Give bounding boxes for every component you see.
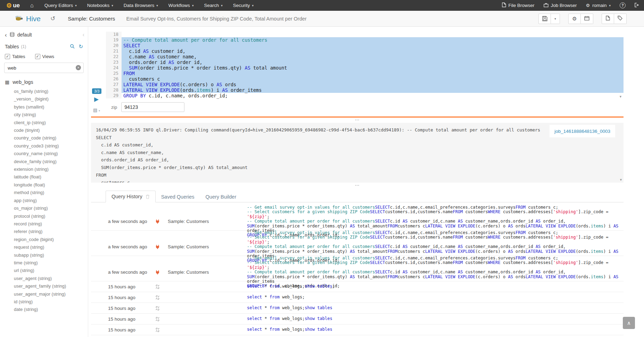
column-item[interactable]: _version_ (bigint) (0, 95, 88, 103)
plug-icon (155, 219, 168, 224)
table-entry[interactable]: ▦ web_logs (0, 76, 88, 86)
column-item[interactable]: referer (string) (0, 228, 88, 235)
history-row[interactable]: a few seconds agoSample: Customers-- Get… (91, 205, 624, 231)
column-item[interactable]: os_major (string) (0, 204, 88, 212)
views-filter-checkbox[interactable]: ✓ Views (35, 54, 54, 59)
editor-line[interactable]: 29GROUP BY c.id, c.name, ords.order_id; (106, 93, 624, 98)
tables-filter-checkbox[interactable]: ✓ Tables (5, 54, 25, 59)
column-item[interactable]: date (string) (0, 306, 88, 313)
column-item[interactable]: city (string) (0, 111, 88, 119)
column-item[interactable]: id (string) (0, 298, 88, 306)
help-button[interactable]: ? (615, 0, 630, 11)
tab-saved-queries[interactable]: Saved Queries (156, 191, 200, 202)
column-item[interactable]: method (string) (0, 189, 88, 196)
log-line: FROM (96, 171, 619, 179)
column-item[interactable]: device_family (string) (0, 158, 88, 166)
chevron-down-icon: ▾ (609, 4, 611, 7)
hue-gear-icon: ⚙ (6, 2, 12, 9)
column-item[interactable]: protocol (string) (0, 212, 88, 220)
line-number: 27 (106, 82, 122, 87)
nav-menu-search[interactable]: Search▾ (199, 0, 228, 11)
editor-line[interactable]: 26 customers c (106, 76, 624, 82)
settings-button[interactable]: ⚙ (568, 14, 581, 24)
file-browser-link[interactable]: File Browser (497, 0, 539, 11)
editor-line[interactable]: 18 (106, 32, 624, 37)
column-item[interactable]: bytes (smallint) (0, 103, 88, 111)
column-item[interactable]: country_name (string) (0, 150, 88, 158)
column-item[interactable]: user_agent (string) (0, 275, 88, 282)
job-browser-link[interactable]: Job Browser (539, 0, 581, 11)
job-link[interactable]: job_1461888648136_0003 (554, 129, 610, 134)
history-row[interactable]: 15 hours agoselect * from web_logs;show … (91, 303, 624, 314)
save-dropdown-button[interactable]: ▾ (551, 14, 560, 24)
column-item[interactable]: user_agent_family (string) (0, 282, 88, 290)
editor-map-icon[interactable]: ▤ ▾ (93, 107, 100, 113)
hive-app-link[interactable]: Hive (0, 15, 41, 23)
history-row[interactable]: 15 hours agoselect * from web_logs; (91, 292, 624, 303)
execute-button[interactable]: ▶ (94, 96, 99, 103)
query-history-icon[interactable]: ↺ (50, 15, 55, 22)
tab-query-builder[interactable]: Query Builder (200, 191, 242, 202)
editor-line[interactable]: 21 c.id AS customer_id, (106, 48, 624, 54)
column-item[interactable]: app (string) (0, 197, 88, 204)
column-item[interactable]: latitude (float) (0, 173, 88, 181)
resize-handle[interactable]: ⋯ (91, 119, 624, 121)
logout-button[interactable] (630, 0, 644, 11)
column-item[interactable]: request (string) (0, 243, 88, 251)
column-item[interactable]: country_code (string) (0, 134, 88, 142)
editor-line[interactable]: 28LATERAL VIEW EXPLODE(ords.items) i AS … (106, 87, 624, 93)
column-item[interactable]: country_code3 (string) (0, 142, 88, 150)
column-item[interactable]: url (string) (0, 267, 88, 274)
editor-line[interactable]: 22 c.name AS customer_name, (106, 54, 624, 59)
hue-logo[interactable]: ⚙ ue (0, 2, 25, 9)
tab-query-history[interactable]: Query History (106, 191, 156, 202)
clear-search-icon[interactable]: × (76, 65, 81, 70)
nav-menu-security[interactable]: Security▾ (228, 0, 259, 11)
tab-label: Saved Queries (161, 194, 195, 200)
refresh-icon[interactable]: ↻ (79, 43, 83, 50)
home-icon[interactable]: ⌂ (25, 0, 39, 11)
clear-history-trash-icon[interactable] (146, 194, 150, 199)
history-row[interactable]: a few seconds agoSample: Customers-- Get… (91, 256, 624, 281)
nav-menu-data-browsers[interactable]: Data Browsers▾ (118, 0, 163, 11)
editor-line[interactable]: 25FROM (106, 71, 624, 76)
scroll-to-top-button[interactable]: ∧ (623, 317, 635, 329)
column-item[interactable]: record (string) (0, 220, 88, 228)
back-chevron-icon[interactable]: ‹ (5, 32, 7, 38)
editor-line[interactable]: 19-- Compute total amount per order for … (106, 37, 624, 43)
sidebar-collapse-icon[interactable]: ‹ (83, 32, 84, 38)
nav-menu-notebooks[interactable]: Notebooks▾ (82, 0, 118, 11)
format-button[interactable] (602, 14, 614, 24)
column-item[interactable]: client_ip (string) (0, 119, 88, 127)
editor-line[interactable]: 24 SUM(order_items.price * order_items.q… (106, 65, 624, 71)
save-button[interactable] (538, 14, 551, 24)
history-row[interactable]: 15 hours agoselect * from web_logs;show … (91, 324, 624, 335)
editor-line[interactable]: 27LATERAL VIEW EXPLODE(c.orders) o AS or… (106, 82, 624, 87)
column-item[interactable]: time (string) (0, 259, 88, 267)
column-item[interactable]: user_agent_major (string) (0, 290, 88, 298)
code-line: SELECT (122, 43, 624, 48)
column-item[interactable]: region_code (bigint) (0, 236, 88, 243)
code-editor[interactable]: 1819-- Compute total amount per order fo… (106, 32, 624, 99)
column-item[interactable]: extension (string) (0, 166, 88, 173)
column-item[interactable]: os_family (string) (0, 88, 88, 95)
tags-button[interactable] (614, 14, 627, 24)
editor-actions: ▾ ⚙ (538, 14, 644, 24)
nav-menu-query-editors[interactable]: Query Editors▾ (39, 0, 82, 11)
editor-line[interactable]: 23 ords.order_id AS order_id, (106, 59, 624, 65)
database-name[interactable]: default (17, 32, 32, 38)
schedule-button[interactable] (581, 14, 593, 24)
variable-input[interactable] (121, 102, 184, 112)
history-row[interactable]: a few seconds agoSample: Customers-- Get… (91, 231, 624, 256)
search-icon[interactable] (70, 44, 75, 50)
table-search-input[interactable] (4, 63, 84, 73)
nav-menu-workflows[interactable]: Workflows▾ (163, 0, 199, 11)
log-scroll-down-icon[interactable]: ▼ (619, 178, 622, 182)
column-item[interactable]: subapp (string) (0, 251, 88, 259)
editor-line[interactable]: 20SELECT (106, 43, 624, 48)
resize-handle[interactable]: ⋯ (91, 184, 624, 187)
column-item[interactable]: longitude (float) (0, 181, 88, 189)
history-row[interactable]: 15 hours agoselect * from web_logs;show … (91, 314, 624, 324)
column-item[interactable]: code (tinyint) (0, 127, 88, 134)
user-menu[interactable]: ⚙ romain ▾ (581, 0, 615, 11)
